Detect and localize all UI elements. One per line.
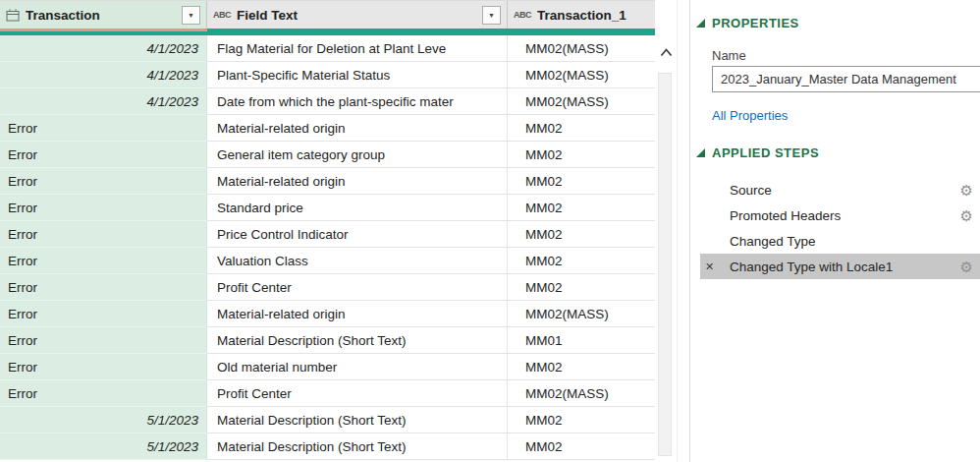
cell-field-text[interactable]: Profit Center	[207, 274, 508, 301]
cell-field-text[interactable]: Profit Center	[207, 380, 508, 407]
cell-transaction-1[interactable]: MM02(MASS)	[508, 380, 655, 407]
gear-icon[interactable]: ⚙	[960, 183, 973, 198]
table-row[interactable]: Error Profit Center MM02	[0, 274, 655, 301]
cell-transaction[interactable]: 5/1/2023	[0, 407, 207, 433]
cell-transaction-1[interactable]: MM02	[508, 168, 655, 195]
cell-field-text[interactable]: Price Control Indicator	[207, 221, 508, 248]
cell-field-text[interactable]: Old material number	[207, 354, 508, 380]
filter-dropdown-button[interactable]: ▼	[182, 6, 200, 25]
cell-transaction-1[interactable]: MM02(MASS)	[508, 62, 655, 88]
cell-transaction-1[interactable]: MM02(MASS)	[508, 301, 655, 327]
table-row[interactable]: 4/1/2023 Flag Material for Deletion at P…	[0, 35, 655, 62]
cell-transaction[interactable]: Error	[0, 221, 207, 248]
cell-transaction[interactable]: Error	[0, 354, 207, 380]
table-row[interactable]: Error Material-related origin MM02(MASS)	[0, 301, 655, 327]
cell-transaction-1[interactable]: MM02	[508, 115, 655, 142]
cell-transaction[interactable]: Error	[0, 274, 207, 301]
table-row[interactable]: 4/1/2023 Plant-Specific Material Status …	[0, 62, 655, 88]
properties-header-label: PROPERTIES	[712, 16, 799, 30]
applied-step-item[interactable]: ✕ Promoted Headers ⚙	[700, 202, 980, 228]
name-label: Name	[712, 48, 746, 63]
scrollbar-thumb[interactable]	[658, 73, 672, 456]
applied-step-item[interactable]: ✕ Source ⚙	[700, 177, 980, 202]
cell-field-text[interactable]: Valuation Class	[207, 248, 508, 274]
cell-field-text[interactable]: Plant-Specific Material Status	[207, 62, 508, 88]
cell-transaction[interactable]: Error	[0, 248, 207, 274]
vertical-scrollbar[interactable]	[655, 0, 678, 462]
cell-transaction-1[interactable]: MM02	[508, 274, 655, 301]
properties-section-header[interactable]: PROPERTIES	[696, 16, 799, 30]
cell-transaction[interactable]: 4/1/2023	[0, 62, 207, 88]
gear-icon[interactable]: ⚙	[960, 208, 973, 223]
cell-transaction-1[interactable]: MM02(MASS)	[508, 35, 655, 62]
table-row[interactable]: Error Old material number MM02	[0, 354, 655, 380]
cell-transaction[interactable]: 4/1/2023	[0, 35, 207, 62]
column-header-label: Transaction	[26, 8, 176, 23]
table-header-row: Transaction ▼ ABC Field Text ▼ ABC Trans…	[0, 0, 655, 29]
cell-transaction-1[interactable]: MM02	[508, 433, 655, 460]
column-quality-bar	[0, 29, 655, 35]
query-name-input[interactable]	[712, 66, 980, 92]
cell-transaction-1[interactable]: MM02	[508, 195, 655, 221]
table-row[interactable]: Error Standard price MM02	[0, 195, 655, 221]
calendar-icon[interactable]	[6, 9, 20, 22]
applied-steps-section-header[interactable]: APPLIED STEPS	[696, 145, 819, 160]
cell-transaction[interactable]: Error	[0, 327, 207, 354]
table-row[interactable]: Error Profit Center MM02(MASS)	[0, 380, 655, 407]
column-header-label: Transaction_1	[537, 8, 649, 23]
abc-icon[interactable]: ABC	[213, 10, 231, 20]
cell-field-text[interactable]: Date from which the plant-specific mater	[207, 88, 508, 115]
cell-transaction[interactable]: Error	[0, 115, 207, 142]
table-row[interactable]: Error Material-related origin MM02	[0, 168, 655, 195]
cell-field-text[interactable]: Material Description (Short Text)	[207, 327, 508, 354]
table-row[interactable]: Error Price Control Indicator MM02	[0, 221, 655, 248]
table-row[interactable]: Error General item category group MM02	[0, 142, 655, 168]
cell-transaction[interactable]: Error	[0, 380, 207, 407]
table-row[interactable]: 5/1/2023 Material Description (Short Tex…	[0, 407, 655, 433]
query-settings-panel: PROPERTIES Name All Properties APPLIED S…	[689, 0, 980, 462]
applied-steps-header-label: APPLIED STEPS	[712, 145, 819, 160]
table-row[interactable]: 4/1/2023 Date from which the plant-speci…	[0, 88, 655, 115]
cell-transaction[interactable]: Error	[0, 142, 207, 168]
cell-transaction-1[interactable]: MM02	[508, 354, 655, 380]
cell-field-text[interactable]: Material-related origin	[207, 301, 508, 327]
cell-transaction-1[interactable]: MM01	[508, 327, 655, 354]
cell-transaction[interactable]: 5/1/2023	[0, 433, 207, 460]
column-header-field-text[interactable]: ABC Field Text ▼	[207, 1, 508, 29]
cell-transaction-1[interactable]: MM02(MASS)	[508, 88, 655, 115]
cell-field-text[interactable]: Standard price	[207, 195, 508, 221]
cell-transaction[interactable]: Error	[0, 301, 207, 327]
gear-icon[interactable]: ⚙	[960, 260, 973, 274]
abc-icon[interactable]: ABC	[514, 10, 531, 20]
table-row[interactable]: Error Material Description (Short Text) …	[0, 327, 655, 354]
column-header-transaction[interactable]: Transaction ▼	[0, 1, 207, 29]
cell-transaction-1[interactable]: MM02	[508, 142, 655, 168]
applied-step-item[interactable]: ✕ Changed Type with Locale1 ⚙	[700, 254, 980, 279]
cell-field-text[interactable]: Flag Material for Deletion at Plant Leve	[207, 35, 508, 62]
cell-field-text[interactable]: Material Description (Short Text)	[207, 407, 508, 433]
cell-field-text[interactable]: General item category group	[207, 142, 508, 168]
table-row[interactable]: 5/1/2023 Material Description (Short Tex…	[0, 433, 655, 460]
power-query-editor: Transaction ▼ ABC Field Text ▼ ABC Trans…	[0, 0, 980, 462]
cell-transaction[interactable]: 4/1/2023	[0, 88, 207, 115]
cell-transaction-1[interactable]: MM02	[508, 248, 655, 274]
error-quality-segment	[0, 29, 207, 31]
cell-transaction[interactable]: Error	[0, 168, 207, 195]
cell-field-text[interactable]: Material-related origin	[207, 115, 508, 142]
cell-transaction-1[interactable]: MM02	[508, 407, 655, 433]
cell-transaction[interactable]: Error	[0, 195, 207, 221]
chevron-up-icon	[660, 48, 673, 57]
table-row[interactable]: Error Material-related origin MM02	[0, 115, 655, 142]
applied-step-label: Changed Type with Locale1	[730, 260, 893, 274]
table-body: 4/1/2023 Flag Material for Deletion at P…	[0, 35, 655, 460]
column-header-transaction-1[interactable]: ABC Transaction_1	[508, 1, 655, 29]
applied-step-item[interactable]: ✕ Changed Type ⚙	[700, 228, 980, 254]
all-properties-link[interactable]: All Properties	[712, 108, 788, 123]
cell-field-text[interactable]: Material Description (Short Text)	[207, 433, 508, 460]
scroll-up-button[interactable]	[655, 39, 677, 65]
table-row[interactable]: Error Valuation Class MM02	[0, 248, 655, 274]
filter-dropdown-button[interactable]: ▼	[482, 6, 501, 25]
cell-field-text[interactable]: Material-related origin	[207, 168, 508, 195]
delete-step-icon[interactable]: ✕	[705, 260, 714, 273]
cell-transaction-1[interactable]: MM02	[508, 221, 655, 248]
